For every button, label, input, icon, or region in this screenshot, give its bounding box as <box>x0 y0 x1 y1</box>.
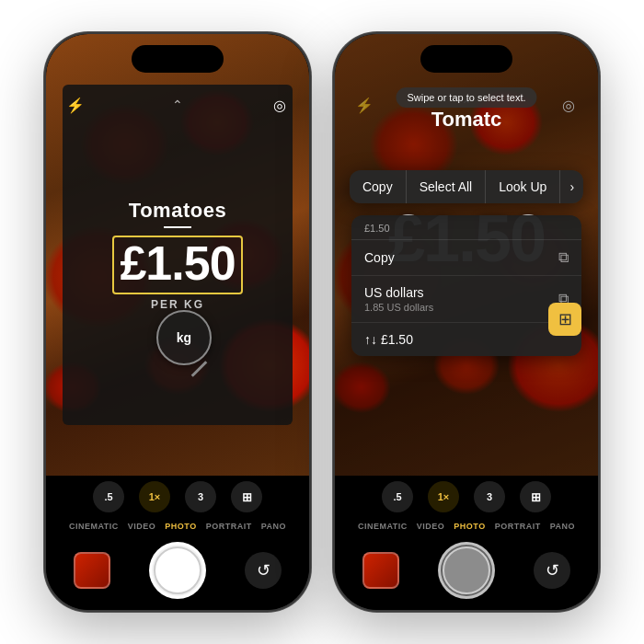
flip-button-left[interactable]: ↺ <box>245 552 282 589</box>
arrow-icon-left[interactable]: ⌃ <box>165 92 190 118</box>
screen-right: ⚡ ⌃ ◎ Swipe or tap to select text. Tomat… <box>335 34 598 610</box>
mode-video-left[interactable]: VIDEO <box>128 522 156 531</box>
thumbnail-left[interactable] <box>74 552 110 589</box>
partial-title-text: Tomatc <box>431 108 502 131</box>
shutter-inner-left <box>154 546 201 594</box>
context-menu: Copy Select All Look Up › <box>350 170 583 203</box>
live-text-btn-left[interactable]: ⊞ <box>231 481 262 512</box>
zoom-3x-right[interactable]: 3 <box>474 481 505 512</box>
phone-right: ⚡ ⌃ ◎ Swipe or tap to select text. Tomat… <box>333 32 600 612</box>
camera-controls-right: .5 1× 3 ⊞ CINEMATIC VIDEO PHOTO PORTRAIT… <box>335 476 598 610</box>
mode-bar-right: CINEMATIC VIDEO PHOTO PORTRAIT PANO <box>358 518 575 535</box>
partial-title-right: Tomatc <box>335 108 598 132</box>
mode-pano-left[interactable]: PANO <box>261 522 286 531</box>
zoom-3x-left[interactable]: 3 <box>185 481 216 512</box>
top-icons-left: ⚡ ⌃ ◎ <box>46 85 309 125</box>
mode-portrait-left[interactable]: PORTRAIT <box>206 522 252 531</box>
sign-per-left: PER KG <box>151 298 204 311</box>
camera-controls-left: .5 1× 3 ⊞ CINEMATIC VIDEO PHOTO PORTRAIT… <box>46 476 309 610</box>
screen-left: ⚡ ⌃ ◎ Tomatoes £1.50 PER KG kg <box>46 34 309 610</box>
mode-portrait-right[interactable]: PORTRAIT <box>495 522 541 531</box>
sheet-item-currency[interactable]: US dollars 1.85 US dollars ⧉ <box>351 276 581 323</box>
shutter-button-left[interactable] <box>149 542 206 599</box>
mode-cinematic-left[interactable]: CINEMATIC <box>69 522 119 531</box>
zoom-1x-left[interactable]: 1× <box>139 481 170 512</box>
mode-video-right[interactable]: VIDEO <box>417 522 445 531</box>
zoom-05-right[interactable]: .5 <box>382 481 413 512</box>
mode-photo-left[interactable]: PHOTO <box>165 522 196 531</box>
viewfinder-right: ⚡ ⌃ ◎ Swipe or tap to select text. Tomat… <box>335 34 598 476</box>
live-text-symbol: ⊞ <box>558 309 572 329</box>
live-text-btn-right[interactable]: ⊞ <box>520 481 551 512</box>
ctx-look-up[interactable]: Look Up <box>486 170 560 203</box>
shutter-button-right[interactable] <box>438 542 495 599</box>
scene: ⚡ ⌃ ◎ Tomatoes £1.50 PER KG kg <box>0 0 644 644</box>
flip-button-right[interactable]: ↺ <box>534 552 570 589</box>
hint-bar: Swipe or tap to select text. <box>396 87 536 108</box>
sheet-item-convert[interactable]: ↑↓ £1.50 <box>351 323 581 356</box>
price-outline-left: £1.50 <box>112 236 242 294</box>
phone-left: ⚡ ⌃ ◎ Tomatoes £1.50 PER KG kg <box>44 32 311 612</box>
sign-title-left: Tomatoes <box>129 199 226 223</box>
copy-icon: ⧉ <box>558 249 569 266</box>
ctx-arrow[interactable]: › <box>560 170 583 203</box>
magnifier-content: kg <box>177 330 191 345</box>
mode-bar-left: CINEMATIC VIDEO PHOTO PORTRAIT PANO <box>69 518 286 535</box>
sheet-header: £1.50 <box>351 215 581 240</box>
sign-divider-left <box>164 226 191 228</box>
ctx-select-all[interactable]: Select All <box>407 170 487 203</box>
zoom-05-left[interactable]: .5 <box>93 481 124 512</box>
sheet-item-convert-left: ↑↓ £1.50 <box>364 332 413 347</box>
sheet-item-copy-title: Copy <box>364 250 395 265</box>
sign-left: Tomatoes £1.50 PER KG <box>63 85 293 425</box>
sheet-item-copy[interactable]: Copy ⧉ <box>351 240 581 276</box>
live-text-icon-right[interactable]: ⊞ <box>548 303 581 336</box>
shutter-row-right: ↺ <box>335 535 598 606</box>
sheet-item-convert-title: ↑↓ £1.50 <box>364 332 413 347</box>
settings-icon-left[interactable]: ◎ <box>267 92 293 118</box>
thumbnail-right[interactable] <box>362 552 399 589</box>
mode-photo-right[interactable]: PHOTO <box>454 522 485 531</box>
sign-price-left: £1.50 <box>120 239 235 287</box>
sheet-item-currency-left: US dollars 1.85 US dollars <box>364 285 433 313</box>
ctx-copy[interactable]: Copy <box>350 170 407 203</box>
shutter-row-left: ↺ <box>46 535 309 606</box>
sheet-item-currency-title: US dollars <box>364 285 433 300</box>
sheet-item-copy-left: Copy <box>364 250 395 265</box>
flash-icon-left[interactable]: ⚡ <box>63 92 88 118</box>
zoom-controls-right: .5 1× 3 ⊞ <box>382 481 551 512</box>
zoom-1x-right[interactable]: 1× <box>428 481 459 512</box>
mode-cinematic-right[interactable]: CINEMATIC <box>358 522 408 531</box>
live-text-sheet: £1.50 Copy ⧉ US dollars 1.85 US dollars … <box>351 215 581 356</box>
mode-pano-right[interactable]: PANO <box>550 522 575 531</box>
viewfinder-left: ⚡ ⌃ ◎ Tomatoes £1.50 PER KG kg <box>46 34 309 476</box>
sheet-item-currency-sub: 1.85 US dollars <box>364 302 433 313</box>
magnifier: kg <box>156 310 212 365</box>
dynamic-island-left <box>132 45 224 73</box>
shutter-inner-right <box>443 546 490 594</box>
zoom-controls-left: .5 1× 3 ⊞ <box>93 481 262 512</box>
